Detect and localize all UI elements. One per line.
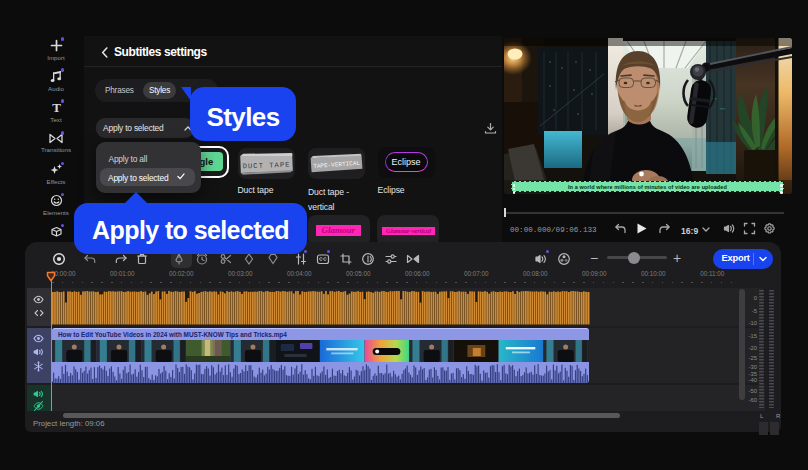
svg-text:DUCT TAPE: DUCT TAPE (242, 161, 290, 171)
svg-text:T: T (52, 101, 61, 114)
